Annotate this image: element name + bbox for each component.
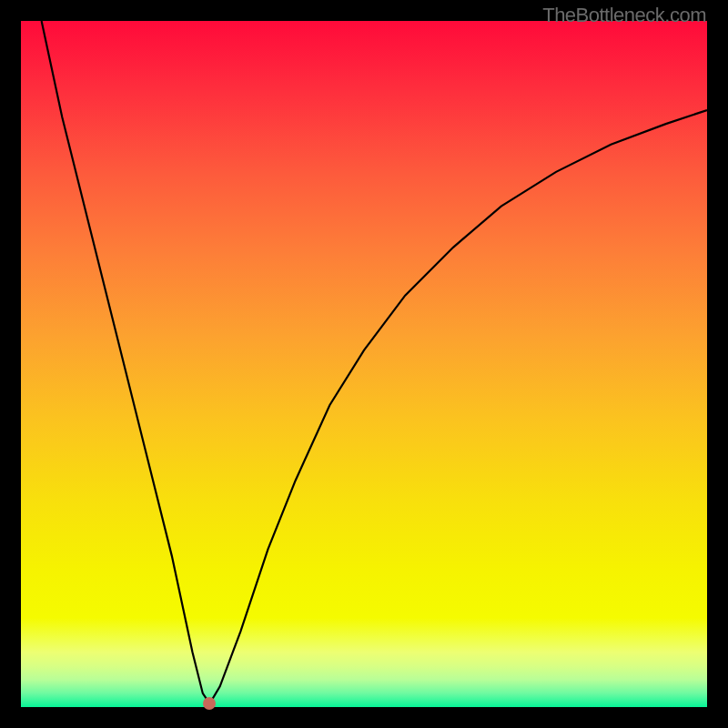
chart-plot-area [21,21,707,707]
chart-curve [42,21,707,703]
minimum-dot [203,697,216,710]
chart-curve-svg [21,21,707,707]
watermark-text: TheBottleneck.com [542,4,706,27]
